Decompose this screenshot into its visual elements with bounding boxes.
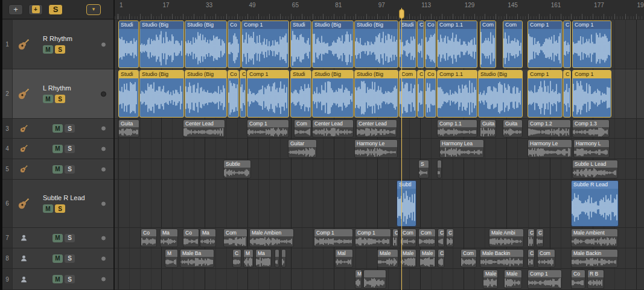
solo-button[interactable]: S bbox=[55, 204, 65, 213]
region[interactable]: Com bbox=[537, 249, 555, 268]
region[interactable]: C bbox=[240, 70, 246, 118]
region[interactable]: C bbox=[417, 20, 424, 68]
region[interactable]: Studio (Big bbox=[185, 20, 227, 68]
region[interactable]: C bbox=[392, 229, 398, 247]
region[interactable]: S bbox=[418, 160, 429, 178]
track-header[interactable]: 7MS bbox=[2, 228, 113, 248]
region[interactable]: Subtle bbox=[223, 160, 251, 178]
region[interactable]: Comp 1 bbox=[241, 20, 289, 68]
region[interactable]: Comp 1.1 bbox=[437, 20, 477, 68]
region[interactable]: Male Backin bbox=[480, 249, 524, 268]
region[interactable]: Studi bbox=[290, 20, 311, 68]
mute-button[interactable]: M bbox=[53, 254, 63, 263]
region[interactable]: Studio (Big bbox=[354, 70, 398, 118]
region[interactable]: Male bbox=[483, 270, 498, 289]
region[interactable]: Comp 1 bbox=[572, 70, 611, 118]
region[interactable]: Studio (Big bbox=[139, 20, 184, 68]
solo-button[interactable]: S bbox=[65, 145, 75, 153]
mute-button[interactable]: M bbox=[53, 124, 63, 133]
mute-button[interactable]: M bbox=[53, 234, 63, 242]
region[interactable]: Studio (Big bbox=[312, 20, 354, 68]
region[interactable] bbox=[281, 249, 286, 268]
region[interactable]: Ma bbox=[200, 229, 216, 247]
track-header[interactable]: 9MS bbox=[2, 269, 113, 289]
track-header[interactable]: 6Subtle R LeadMS bbox=[2, 180, 113, 227]
region[interactable]: R B bbox=[587, 270, 604, 289]
solo-button[interactable]: S bbox=[65, 234, 75, 242]
region[interactable]: Com bbox=[223, 229, 247, 247]
region[interactable]: Male Ambi bbox=[489, 229, 524, 247]
region[interactable]: Comp 1.3 bbox=[572, 119, 610, 137]
region[interactable]: Studi bbox=[399, 20, 416, 68]
solo-mode-button[interactable]: S bbox=[48, 4, 63, 15]
region[interactable]: C bbox=[417, 70, 424, 118]
record-dot[interactable] bbox=[101, 91, 106, 96]
region[interactable]: Subtle R Lead bbox=[571, 180, 619, 227]
mute-button[interactable]: M bbox=[53, 275, 63, 283]
region[interactable]: Studi bbox=[290, 70, 311, 118]
solo-button[interactable]: S bbox=[65, 165, 75, 174]
region[interactable]: Center Lead bbox=[312, 119, 354, 137]
region[interactable]: Studi bbox=[118, 20, 139, 68]
region[interactable]: Studi bbox=[118, 70, 139, 118]
region[interactable]: Male bbox=[377, 249, 398, 268]
region[interactable]: Harmony L bbox=[573, 139, 610, 158]
region[interactable]: Comp 1 bbox=[528, 20, 563, 68]
region[interactable]: Male Ba bbox=[180, 249, 214, 268]
duplicate-track-button[interactable]: + bbox=[28, 4, 43, 15]
track-header[interactable]: 4MS bbox=[2, 139, 113, 159]
region[interactable]: C bbox=[563, 70, 571, 118]
region[interactable]: Studio (Big bbox=[354, 20, 398, 68]
record-dot[interactable] bbox=[101, 277, 106, 282]
region[interactable]: Male Ambien bbox=[249, 229, 294, 247]
region[interactable]: C bbox=[563, 20, 571, 68]
track-header[interactable]: 1R RhythmMS bbox=[2, 20, 113, 69]
region[interactable]: Center Lead bbox=[183, 119, 225, 137]
solo-button[interactable]: S bbox=[55, 95, 65, 103]
region[interactable]: Male bbox=[419, 249, 436, 268]
region[interactable]: Subtle L Lead bbox=[572, 160, 618, 178]
region[interactable]: Co bbox=[228, 20, 241, 68]
region[interactable] bbox=[437, 160, 442, 178]
track-header[interactable]: 3MS bbox=[2, 119, 113, 138]
region[interactable]: M bbox=[165, 249, 178, 268]
region[interactable]: Harmony Le bbox=[528, 139, 572, 158]
mute-button[interactable]: M bbox=[43, 204, 53, 213]
mute-button[interactable]: M bbox=[53, 145, 63, 153]
record-dot[interactable] bbox=[101, 256, 106, 261]
region[interactable]: Com bbox=[400, 229, 416, 247]
solo-button[interactable]: S bbox=[65, 275, 75, 283]
region[interactable]: Com bbox=[480, 20, 496, 68]
region[interactable]: Male bbox=[400, 249, 416, 268]
track-header[interactable]: 2L RhythmMS bbox=[2, 69, 113, 118]
region[interactable]: Male Ambient bbox=[571, 229, 618, 247]
region[interactable]: Comp 1 bbox=[314, 229, 353, 247]
region[interactable]: Comp 1 bbox=[247, 119, 289, 137]
track-lane[interactable] bbox=[115, 180, 644, 227]
add-track-button[interactable]: + bbox=[8, 4, 23, 15]
record-dot[interactable] bbox=[101, 126, 106, 131]
region[interactable]: C bbox=[528, 249, 535, 268]
bar-ruler[interactable]: 1173349658197113129145161177193 bbox=[115, 0, 644, 19]
region[interactable]: Mal bbox=[335, 249, 353, 268]
region[interactable]: C bbox=[438, 229, 445, 247]
mute-button[interactable]: M bbox=[53, 165, 63, 174]
region[interactable]: C bbox=[536, 229, 544, 247]
region[interactable]: Comp 1 bbox=[572, 20, 611, 68]
region[interactable]: Com bbox=[503, 20, 523, 68]
solo-button[interactable]: S bbox=[55, 45, 65, 54]
region[interactable]: Co bbox=[141, 229, 157, 247]
region[interactable]: Comp 1.1 bbox=[437, 70, 477, 118]
mute-button[interactable]: M bbox=[43, 95, 53, 103]
solo-button[interactable]: S bbox=[65, 254, 75, 263]
track-header-menu-button[interactable]: ▾ bbox=[86, 4, 101, 15]
track-header[interactable]: 8MS bbox=[2, 248, 113, 268]
region[interactable]: Guitar bbox=[288, 139, 317, 158]
region[interactable]: Center Lead bbox=[356, 119, 397, 137]
region[interactable]: Co bbox=[425, 20, 436, 68]
region[interactable]: Male bbox=[504, 270, 522, 289]
region[interactable]: Comp 1 bbox=[355, 229, 391, 247]
region[interactable]: Guita bbox=[118, 119, 139, 137]
region[interactable]: Ma bbox=[160, 229, 178, 247]
region[interactable]: Studio (Big bbox=[312, 70, 354, 118]
